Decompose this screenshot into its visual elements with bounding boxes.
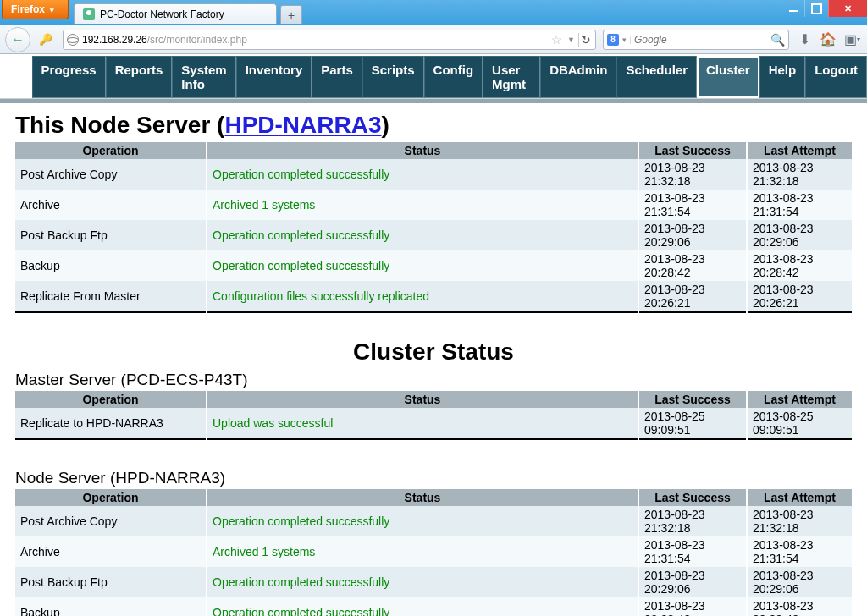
cell-la: 2013-08-23 20:29:06: [747, 220, 852, 250]
menu-item-cluster[interactable]: Cluster: [697, 56, 759, 98]
search-bar[interactable]: 8 ▾ 🔍: [603, 30, 789, 50]
cell-la: 2013-08-23 20:28:42: [747, 597, 852, 616]
browser-navbar: ← 🔑 192.168.29.26/src/monitor/index.php …: [0, 25, 867, 54]
cell-op: Archive: [15, 190, 207, 220]
cell-la: 2013-08-23 20:29:06: [747, 567, 852, 597]
cell-op: Replicate From Master: [15, 281, 207, 312]
cell-ls: 2013-08-23 20:28:42: [638, 250, 747, 281]
menu-item-progress[interactable]: Progress: [32, 56, 106, 98]
search-submit-icon[interactable]: 🔍: [770, 33, 785, 47]
cell-op: Post Archive Copy: [15, 506, 207, 536]
search-input[interactable]: [631, 34, 770, 46]
cell-st: Operation completed successfully: [207, 597, 638, 616]
menu-item-reports[interactable]: Reports: [106, 56, 173, 98]
menu-item-config[interactable]: Config: [424, 56, 483, 98]
menu-item-logout[interactable]: Logout: [805, 56, 867, 98]
downloads-icon[interactable]: ⬇: [796, 31, 813, 48]
tab-title: PC-Doctor Network Factory: [100, 8, 224, 20]
col-last-attempt: Last Attempt: [747, 489, 852, 506]
master-ops-table: Operation Status Last Success Last Attem…: [15, 391, 852, 440]
cell-op: Post Backup Ftp: [15, 220, 207, 250]
table-row: Post Backup FtpOperation completed succe…: [15, 220, 852, 250]
cluster-status-heading: Cluster Status: [0, 338, 867, 366]
home-icon[interactable]: 🏠: [820, 31, 837, 48]
cell-ls: 2013-08-23 20:28:42: [638, 597, 747, 616]
table-row: Post Archive CopyOperation completed suc…: [15, 159, 852, 190]
menu-item-parts[interactable]: Parts: [312, 56, 362, 98]
cell-ls: 2013-08-23 21:32:18: [638, 506, 747, 536]
bookmarks-menu-icon[interactable]: ▣▾: [843, 31, 860, 48]
table-row: ArchiveArchived 1 systems2013-08-23 21:3…: [15, 190, 852, 220]
cell-la: 2013-08-23 21:32:18: [747, 159, 852, 190]
menu-item-inventory[interactable]: Inventory: [236, 56, 312, 98]
search-engine-dropdown-icon[interactable]: ▾: [621, 36, 631, 44]
cell-la: 2013-08-23 21:31:54: [747, 536, 852, 567]
col-status: Status: [207, 391, 638, 408]
cell-ls: 2013-08-23 20:26:21: [638, 281, 747, 312]
url-bar[interactable]: 192.168.29.26/src/monitor/index.php ☆ ▼ …: [63, 30, 596, 50]
cell-op: Post Backup Ftp: [15, 567, 207, 597]
search-engine-icon[interactable]: 8: [607, 34, 619, 46]
cell-la: 2013-08-25 09:09:51: [747, 408, 852, 439]
cell-ls: 2013-08-23 21:32:18: [638, 159, 747, 190]
cell-st: Operation completed successfully: [207, 567, 638, 597]
cell-la: 2013-08-23 20:28:42: [747, 250, 852, 281]
url-dropdown-icon[interactable]: ▼: [566, 36, 577, 44]
col-operation: Operation: [15, 391, 207, 408]
cell-ls: 2013-08-23 20:29:06: [638, 220, 747, 250]
col-last-success: Last Success: [638, 142, 747, 159]
browser-tab[interactable]: PC-Doctor Network Factory: [74, 3, 277, 24]
col-status: Status: [207, 489, 638, 506]
menu-item-system-info[interactable]: System Info: [172, 56, 235, 98]
cell-ls: 2013-08-25 09:09:51: [638, 408, 747, 439]
table-row: Replicate to HPD-NARRA3Upload was succes…: [15, 408, 852, 439]
new-tab-button[interactable]: +: [280, 5, 302, 24]
page-title: This Node Server (HPD-NARRA3): [15, 112, 852, 139]
window-maximize-button[interactable]: [804, 0, 828, 17]
firefox-menu-button[interactable]: Firefox: [2, 0, 69, 19]
cell-ls: 2013-08-23 21:31:54: [638, 536, 747, 567]
node-ops-table: Operation Status Last Success Last Attem…: [15, 489, 852, 616]
node-server-heading: Node Server (HPD-NARRA3): [15, 469, 852, 487]
url-text: 192.168.29.26/src/monitor/index.php: [82, 34, 247, 46]
col-operation: Operation: [15, 142, 207, 159]
cell-st: Operation completed successfully: [207, 250, 638, 281]
cell-op: Archive: [15, 536, 207, 567]
master-server-heading: Master Server (PCD-ECS-P43T): [15, 371, 852, 389]
cell-st: Configuration files successfully replica…: [207, 281, 638, 312]
cell-op: Replicate to HPD-NARRA3: [15, 408, 207, 439]
col-last-attempt: Last Attempt: [747, 142, 852, 159]
tab-favicon-icon: [83, 8, 95, 20]
nav-keyring-icon[interactable]: 🔑: [34, 28, 58, 52]
cell-op: Backup: [15, 250, 207, 281]
menu-item-help[interactable]: Help: [759, 56, 806, 98]
cell-st: Operation completed successfully: [207, 220, 638, 250]
cell-la: 2013-08-23 21:31:54: [747, 190, 852, 220]
bookmark-star-icon[interactable]: ☆: [548, 33, 566, 47]
cell-op: Backup: [15, 597, 207, 616]
cell-op: Post Archive Copy: [15, 159, 207, 190]
window-minimize-button[interactable]: [781, 0, 804, 17]
cell-ls: 2013-08-23 20:29:06: [638, 567, 747, 597]
col-last-attempt: Last Attempt: [747, 391, 852, 408]
reload-button[interactable]: ↻: [578, 33, 592, 47]
nav-back-button[interactable]: ←: [5, 27, 30, 52]
node-link[interactable]: HPD-NARRA3: [224, 112, 381, 138]
cell-ls: 2013-08-23 21:31:54: [638, 190, 747, 220]
globe-icon: [67, 34, 79, 46]
cell-la: 2013-08-23 20:26:21: [747, 281, 852, 312]
menu-item-scripts[interactable]: Scripts: [362, 56, 424, 98]
table-row: Replicate From MasterConfiguration files…: [15, 281, 852, 312]
table-row: BackupOperation completed successfully20…: [15, 597, 852, 616]
window-close-button[interactable]: [828, 0, 867, 17]
menu-item-user-mgmt[interactable]: User Mgmt: [483, 56, 540, 98]
menu-item-scheduler[interactable]: Scheduler: [616, 56, 697, 98]
col-last-success: Last Success: [638, 391, 747, 408]
window-titlebar: Firefox PC-Doctor Network Factory +: [0, 0, 867, 25]
cell-st: Operation completed successfully: [207, 506, 638, 536]
menu-item-dbadmin[interactable]: DBAdmin: [540, 56, 616, 98]
main-menu: ProgressReportsSystem InfoInventoryParts…: [0, 56, 867, 98]
cell-st: Upload was successful: [207, 408, 638, 439]
cell-st: Operation completed successfully: [207, 159, 638, 190]
col-last-success: Last Success: [638, 489, 747, 506]
